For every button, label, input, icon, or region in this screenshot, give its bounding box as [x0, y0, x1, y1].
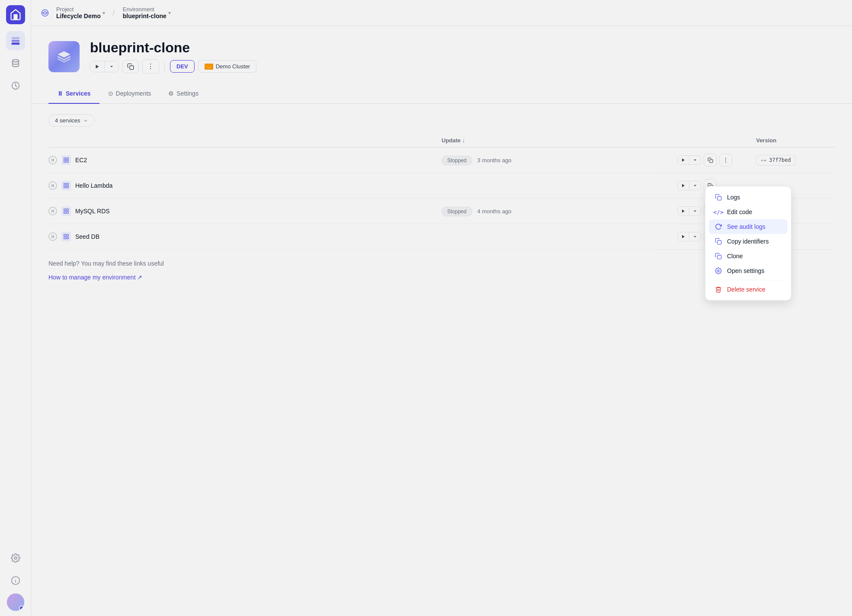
clone-icon [714, 253, 723, 260]
svg-rect-48 [717, 241, 721, 244]
open-settings-label: Open settings [727, 267, 764, 274]
context-menu: Logs </> Edit code See audit logs Copy i… [705, 186, 791, 301]
clone-label: Clone [727, 253, 743, 260]
menu-item-audit-logs[interactable]: See audit logs [709, 219, 788, 234]
menu-item-edit-code[interactable]: </> Edit code [709, 205, 788, 219]
menu-item-logs[interactable]: Logs [709, 190, 788, 205]
menu-item-open-settings[interactable]: Open settings [709, 263, 788, 278]
menu-item-delete-service[interactable]: Delete service [709, 282, 788, 297]
menu-item-copy-identifiers[interactable]: Copy identifiers [709, 234, 788, 249]
audit-logs-icon [714, 223, 723, 230]
svg-rect-47 [717, 196, 721, 200]
svg-rect-49 [717, 255, 721, 259]
logs-icon [714, 194, 723, 201]
delete-service-icon [714, 286, 723, 293]
edit-code-label: Edit code [727, 209, 752, 215]
copy-identifiers-icon [714, 238, 723, 245]
menu-item-clone[interactable]: Clone [709, 249, 788, 263]
audit-logs-label: See audit logs [727, 223, 766, 230]
copy-identifiers-label: Copy identifiers [727, 238, 769, 245]
logs-label: Logs [727, 194, 740, 201]
open-settings-icon [714, 267, 723, 274]
menu-divider [709, 280, 788, 280]
delete-service-label: Delete service [727, 286, 766, 293]
svg-point-50 [717, 270, 719, 272]
edit-code-icon: </> [714, 209, 723, 215]
context-menu-overlay[interactable] [0, 0, 852, 616]
